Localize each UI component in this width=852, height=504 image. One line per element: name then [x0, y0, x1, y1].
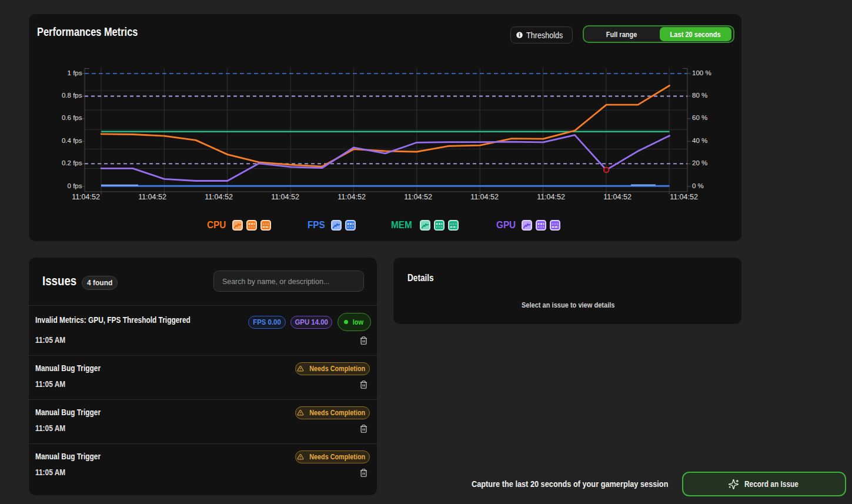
svg-text:11:04:52: 11:04:52	[72, 193, 100, 201]
svg-text:0.4 fps: 0.4 fps	[62, 137, 82, 144]
svg-text:0.2 fps: 0.2 fps	[62, 159, 82, 166]
svg-text:80 %: 80 %	[692, 92, 707, 99]
svg-text:100 %: 100 %	[692, 69, 711, 76]
svg-text:11:04:52: 11:04:52	[271, 193, 299, 201]
svg-text:11:04:52: 11:04:52	[205, 193, 233, 201]
svg-text:11:04:52: 11:04:52	[470, 193, 499, 201]
svg-text:11:04:52: 11:04:52	[338, 193, 366, 201]
svg-text:11:04:52: 11:04:52	[603, 193, 632, 201]
svg-text:20 %: 20 %	[692, 159, 707, 166]
svg-text:0.8 fps: 0.8 fps	[62, 92, 82, 99]
svg-text:11:04:52: 11:04:52	[404, 193, 432, 201]
svg-text:1 fps: 1 fps	[68, 69, 82, 76]
svg-text:11:04:52: 11:04:52	[537, 193, 565, 201]
svg-text:0 fps: 0 fps	[68, 182, 82, 189]
svg-text:0.6 fps: 0.6 fps	[62, 114, 82, 121]
svg-text:11:04:52: 11:04:52	[670, 193, 698, 201]
svg-text:40 %: 40 %	[692, 137, 707, 144]
svg-text:60 %: 60 %	[692, 114, 707, 121]
svg-text:11:04:52: 11:04:52	[138, 193, 166, 201]
svg-text:0 %: 0 %	[692, 182, 704, 189]
